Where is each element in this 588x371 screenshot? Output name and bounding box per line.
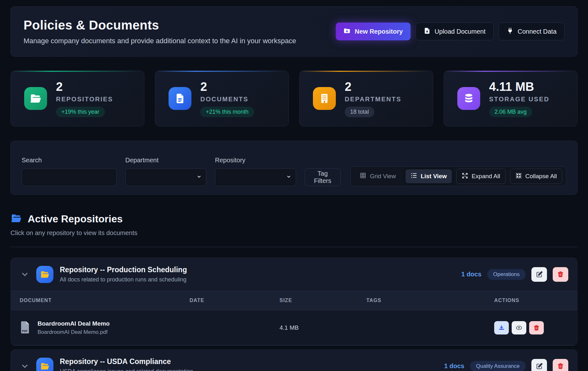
page-subtitle: Manage company documents and provide add… [24,37,296,45]
stat-body: 2 DEPARTMENTS 18 total [345,80,401,117]
search-field-group: Search [22,157,117,186]
stat-body: 4.11 MB STORAGE USED 2.06 MB avg [489,80,550,117]
section-title: Active Repositories [28,213,123,225]
stat-body: 2 REPOSITORIES +19% this year [56,80,113,117]
stat-badge: 2.06 MB avg [489,107,532,117]
chevron-down-icon[interactable] [20,269,30,280]
file-upload-icon [424,27,431,36]
document-row[interactable]: PDF BoardroomAI Deal Memo BoardroomAI De… [11,310,577,345]
tag-filters-button[interactable]: Tag Filters [305,168,341,186]
document-cell: PDF BoardroomAI Deal Memo BoardroomAI De… [20,320,190,335]
repository-title: Repository -- Production Scheduling [60,266,187,274]
stat-badge: +21% this month [200,107,254,117]
stat-card-documents: 2 DOCUMENTS +21% this month [155,71,289,126]
view-controls: Grid View List View Expand All Collapse … [350,166,566,186]
document-filename: BoardroomAI Deal Memo.pdf [38,329,110,335]
stat-value: 2 [56,80,113,94]
svg-text:PDF: PDF [22,329,28,332]
download-document-button[interactable] [494,321,509,334]
department-select[interactable] [125,168,206,186]
stats-row: 2 REPOSITORIES +19% this year 2 DOCUMENT… [10,71,578,126]
document-text: BoardroomAI Deal Memo BoardroomAI Deal M… [38,320,110,335]
edit-repository-button[interactable] [531,359,547,371]
repository-header[interactable]: Repository -- Production Scheduling All … [11,258,577,291]
plug-icon [507,27,514,36]
database-icon [457,87,480,110]
grid-view-label: Grid View [370,173,396,180]
department-label: Department [125,157,206,164]
delete-document-button[interactable] [529,321,544,334]
connect-data-button[interactable]: Connect Data [499,23,564,40]
edit-repository-button[interactable] [531,267,547,282]
stat-label: DOCUMENTS [200,96,254,103]
repository-label: Repository [215,157,296,164]
repository-meta: 1 docs Operations [461,267,568,282]
connect-data-label: Connect Data [518,28,557,35]
column-header-date: DATE [190,298,280,303]
section-subtitle: Click on any repository to view its docu… [10,229,578,237]
page-header: Policies & Documents Manage company docu… [10,6,578,57]
column-header-actions: ACTIONS [494,298,568,303]
stat-label: REPOSITORIES [56,96,113,103]
stat-value: 2 [345,80,401,94]
repository-field-group: Repository [215,157,296,186]
grid-view-button[interactable]: Grid View [355,169,401,183]
search-label: Search [22,157,117,164]
expand-all-label: Expand All [472,173,500,180]
column-header-document: DOCUMENT [20,298,190,303]
repository-select[interactable] [215,168,296,186]
delete-repository-button[interactable] [553,267,568,282]
stat-body: 2 DOCUMENTS +21% this month [200,80,254,117]
collapse-all-button[interactable]: Collapse All [510,169,562,184]
repository-description: USDA compliance issues and related docum… [60,368,193,371]
stat-label: DEPARTMENTS [345,96,401,103]
repository-description: All docs related to production runs and … [60,276,187,283]
docs-count: 1 docs [444,362,464,370]
stat-label: STORAGE USED [489,96,550,103]
department-field-group: Department [125,157,206,186]
upload-document-button[interactable]: Upload Document [416,23,494,40]
repository-text: Repository -- Production Scheduling All … [60,266,187,283]
docs-count: 1 docs [461,271,481,278]
stat-badge: 18 total [345,107,374,117]
expand-all-button[interactable]: Expand All [456,169,506,184]
expand-icon [462,172,468,180]
new-repository-button[interactable]: New Repository [336,23,410,40]
collapse-all-label: Collapse All [525,173,557,180]
repository-folder-icon [36,266,53,283]
repository-text: Repository -- USDA Compliance USDA compl… [60,357,193,371]
repository-folder-icon [36,358,53,371]
column-header-size: SIZE [280,298,366,303]
department-tag-badge: Operations [487,269,526,280]
repository-card-usda-compliance: Repository -- USDA Compliance USDA compl… [10,349,578,371]
search-input[interactable] [22,168,117,186]
filter-bar: Search Department Repository Tag Filters [10,141,578,195]
view-document-button[interactable] [512,321,526,334]
page-title: Policies & Documents [24,18,296,32]
repository-header[interactable]: Repository -- USDA Compliance USDA compl… [11,350,577,371]
documents-table-header: DOCUMENT DATE SIZE TAGS ACTIONS [11,291,577,310]
stat-card-repositories: 2 REPOSITORIES +19% this year [10,71,144,126]
list-view-button[interactable]: List View [405,169,452,183]
upload-document-label: Upload Document [435,28,486,35]
list-view-label: List View [421,173,447,180]
chevron-down-icon[interactable] [20,361,30,371]
repository-card-production-scheduling: Repository -- Production Scheduling All … [10,258,578,346]
document-name: BoardroomAI Deal Memo [38,320,110,327]
stat-value: 4.11 MB [489,80,550,94]
list-icon [411,172,417,180]
delete-repository-button[interactable] [553,359,568,371]
stat-card-storage: 4.11 MB STORAGE USED 2.06 MB avg [444,71,578,126]
grid-icon [360,172,366,180]
page: Policies & Documents Manage company docu… [0,0,588,371]
header-text: Policies & Documents Manage company docu… [24,18,296,45]
building-icon [313,87,336,110]
document-actions [494,321,568,334]
active-repositories-heading: Active Repositories [10,212,578,225]
stat-value: 2 [200,80,254,94]
pdf-file-icon: PDF [20,321,31,335]
collapse-icon [515,172,522,180]
repository-title: Repository -- USDA Compliance [60,357,193,366]
column-header-tags: TAGS [366,298,494,303]
stat-card-departments: 2 DEPARTMENTS 18 total [299,71,433,126]
